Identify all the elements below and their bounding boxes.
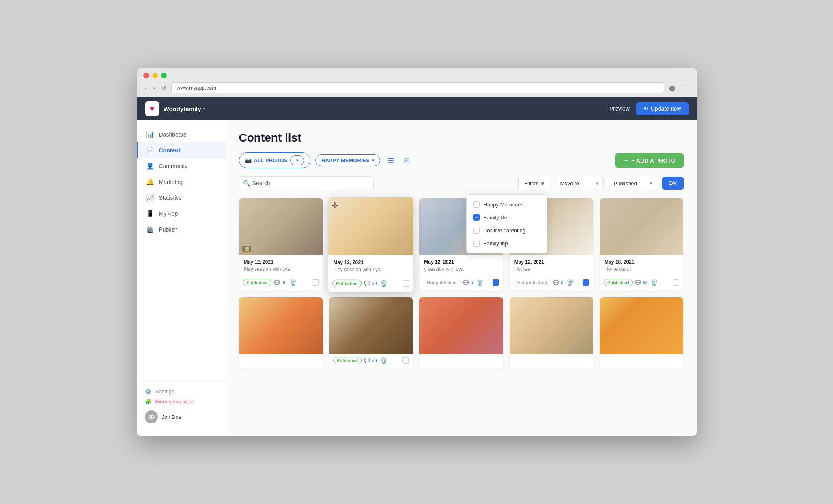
brand-name[interactable]: Woodyfamily ▾ [164,105,205,112]
filter2-chevron-icon: ▾ [372,158,374,163]
photo-caption-5: Home decor [605,266,678,272]
photo-date-2: May 12, 2021 [333,260,409,265]
content-icon: 📄 [146,146,154,154]
photo-grid-row2: Published 💬 96 🗑️ [239,297,684,369]
photo-card-10 [600,297,683,369]
browser-window: ‹ › ↺ ⬤ ⋮ ♥ Woodyfamily ▾ Preview ↻ Upda… [137,68,697,436]
filters-chevron-icon: ▾ [541,180,544,187]
comment-icon-3: 💬 [463,280,469,285]
photo-grid-row1: 🖼️ May 12, 2021 Play session with Lya Pu… [239,198,684,291]
publish-icon: 🖨️ [146,225,154,233]
comment-icon-4: 💬 [553,280,559,285]
photo-card-7: Published 💬 96 🗑️ [329,297,413,369]
delete-button-7[interactable]: 🗑️ [379,356,388,365]
dropdown-item-positive-parenting[interactable]: Positive parenting [467,224,547,237]
comment-icon-2: 💬 [364,281,370,286]
delete-button-5[interactable]: 🗑️ [650,279,659,287]
sidebar-extensions-item[interactable]: 🧩 Extensions store [145,399,217,405]
reload-button[interactable]: ↺ [160,83,168,93]
search-bar: 🔍 Filters ▾ Move to [239,176,684,190]
add-photo-button[interactable]: ＋ + ADD A PHOTO [615,153,683,168]
sidebar-item-community[interactable]: 👤 Community [137,158,226,174]
address-bar[interactable] [171,82,664,93]
sidebar-item-marketing[interactable]: 🔔 Marketing [137,174,226,190]
delete-button-3[interactable]: 🗑️ [476,279,484,287]
checkbox-card-4[interactable] [583,279,589,286]
sidebar-item-dashboard[interactable]: 📊 Dashboard [137,127,226,142]
checkbox-card-1[interactable] [312,279,319,286]
checkbox-card-7[interactable] [402,357,409,364]
statistics-icon: 📈 [146,194,154,202]
status-badge-3: Not published [423,279,460,286]
community-icon: 👤 [146,162,154,170]
photo-date-5: May 18, 2021 [605,259,678,265]
photo-info-5: May 18, 2021 Home decor [600,255,683,276]
checkbox-family-life[interactable]: ✓ [473,214,480,221]
status-badge-7: Published [333,357,362,364]
user-row: JD Jon Doe [145,410,217,423]
browser-toolbar: ‹ › ↺ ⬤ ⋮ [143,82,690,97]
photo-footer-5: Published 💬 63 🗑️ [600,276,683,291]
sidebar-item-content[interactable]: 📄 Content [137,142,226,158]
brand-logo: ♥ [145,101,159,116]
checkbox-happy-memories[interactable] [473,201,480,208]
forward-button[interactable]: › [151,83,157,93]
photo-image-2 [328,197,414,255]
photo-card-6 [239,297,323,369]
ok-button[interactable]: OK [662,177,684,190]
content-toolbar: 📷 ALL PHOTOS ▾ HAPPY MEMORIES ▾ ☰ ⊞ ＋ + … [239,152,684,168]
photo-date-1: May 12, 2021 [244,259,318,265]
search-input[interactable] [239,176,374,190]
happy-memories-filter[interactable]: HAPPY MEMORIES ▾ [315,154,380,166]
delete-button-2[interactable]: 🗑️ [379,279,388,287]
sidebar-item-myapp[interactable]: 📱 My App [137,206,226,221]
sidebar-settings-item[interactable]: ⚙️ Settings [145,388,217,395]
comment-count-7: 💬 96 [364,358,377,363]
photo-image-7 [329,297,413,354]
sidebar: 📊 Dashboard 📄 Content 👤 Community 🔔 Mark… [137,120,226,436]
dropdown-item-family-life[interactable]: ✓ Family life [467,211,547,224]
list-view-button[interactable]: ☰ [385,154,396,167]
sidebar-item-publish[interactable]: 🖨️ Publish [137,221,226,237]
preview-button[interactable]: Preview [609,105,630,112]
sidebar-nav: 📊 Dashboard 📄 Content 👤 Community 🔔 Mark… [137,127,226,382]
minimize-button[interactable] [152,73,158,78]
photo-card-1: 🖼️ May 12, 2021 Play session with Lya Pu… [239,198,323,291]
photo-image-8 [419,297,503,354]
maximize-button[interactable] [161,73,167,78]
photo-caption-1: Play session with Lya [244,266,318,272]
photo-date-3: May 12, 2021 [424,259,498,265]
back-button[interactable]: ‹ [143,83,149,93]
all-photos-filter[interactable]: 📷 ALL PHOTOS ▾ [239,152,310,168]
moveto-select[interactable]: Move to [555,177,604,190]
dropdown-item-happy-memories[interactable]: Happy Memories [467,198,547,211]
grid-view-button[interactable]: ⊞ [401,154,412,167]
photo-image-6 [239,297,323,354]
sidebar-item-statistics[interactable]: 📈 Statistics [137,190,226,206]
checkbox-positive-parenting[interactable] [473,227,480,234]
photo-caption-3: y session with Lya [424,266,498,272]
update-now-button[interactable]: ↻ Update now [636,102,689,115]
brand-logo-icon: ♥ [150,105,154,113]
status-select-wrap: Published Not published [609,177,657,190]
close-button[interactable] [143,73,149,78]
checkbox-card-2[interactable] [403,280,409,287]
photo-card-2: ✛ May 12, 2021 Play session with Lya Pub… [328,197,414,292]
checkbox-card-5[interactable] [673,279,679,286]
app-body: 📊 Dashboard 📄 Content 👤 Community 🔔 Mark… [137,120,697,436]
checkbox-family-trip[interactable] [473,240,480,247]
delete-button-4[interactable]: 🗑️ [566,279,574,287]
delete-button-1[interactable]: 🗑️ [289,279,297,287]
photo-image-5 [600,198,683,255]
traffic-lights [143,73,690,78]
photo-card-9 [510,297,593,369]
drag-handle-2[interactable]: ✛ [331,201,338,210]
filters-button[interactable]: Filters ▾ [518,177,550,190]
dropdown-item-family-trip[interactable]: Family trip [467,237,547,250]
photo-footer-7: Published 💬 96 🗑️ [329,354,413,369]
status-select[interactable]: Published Not published [609,177,657,190]
browser-menu-button[interactable]: ⋮ [680,82,690,93]
search-icon: 🔍 [243,180,250,187]
comment-icon-7: 💬 [364,358,370,363]
checkbox-card-3[interactable] [493,279,499,286]
